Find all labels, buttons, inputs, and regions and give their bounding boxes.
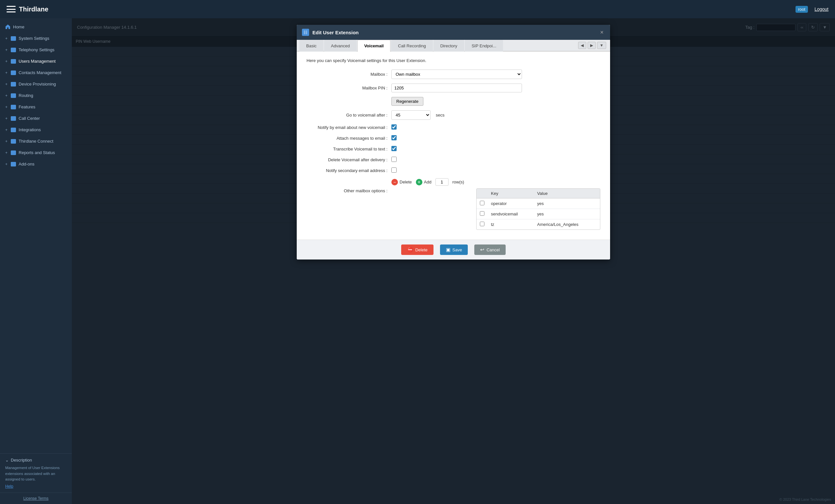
tab-directory[interactable]: Directory [433,40,464,52]
options-key-cell: sendvoicemail [488,209,534,219]
tab-advanced[interactable]: Advanced [324,40,357,52]
mailbox-pin-input[interactable] [391,84,522,93]
sidebar-label-reports-and-status: Reports and Status [19,150,55,155]
notify-secondary-checkbox[interactable] [391,167,396,173]
delete-voicemail-checkbox[interactable] [391,157,396,162]
rows-count-input[interactable] [435,178,449,186]
options-table-wrap: Key Value operator yes sendvoicemail yes… [476,188,600,230]
options-key-cell: tz [488,219,534,230]
mailbox-pin-row: Mailbox PIN : [306,84,600,93]
tab-call-recording[interactable]: Call Recording [391,40,432,52]
sidebar-item-telephony-settings[interactable]: + Telephony Settings [0,44,72,56]
go-to-voicemail-label: Go to voicemail after : [306,113,391,118]
sidebar-item-system-settings[interactable]: + System Settings [0,33,72,44]
tab-dropdown-btn[interactable]: ▼ [597,42,606,49]
logout-link[interactable]: Logout [814,6,829,12]
delete-voicemail-row: Delete Voicemail after delivery : [306,157,600,163]
sidebar-item-device-provisioning[interactable]: + Device Provisioning [0,78,72,90]
sidebar-item-integrations[interactable]: + Integrations [0,124,72,136]
modal-body: Here you can specify Voicemail settings … [297,52,610,240]
transcribe-control [391,146,522,152]
cancel-btn-icon: ↩ [480,247,484,253]
folder-icon [11,162,16,166]
notify-email-row: Notify by email about new voicemail : [306,124,600,130]
sidebar-item-add-ons[interactable]: + Add-ons [0,158,72,170]
tab-sip-endpoint[interactable]: SIP Endpoi... [465,40,503,52]
modal-description: Here you can specify Voicemail settings … [306,58,600,63]
secs-label: secs [436,113,445,118]
options-row-check [476,209,488,219]
folder-icon [11,48,16,52]
attach-messages-control [391,135,522,141]
modal-save-label: Save [452,247,462,252]
options-value-cell: yes [534,199,600,209]
modal-close-button[interactable]: × [599,29,605,36]
options-col-value: Value [534,189,600,199]
options-col-check [476,189,488,199]
sidebar-item-thirdlane-connect[interactable]: + Thirdlane Connect [0,136,72,147]
description-text: Management of User Extensions extensions… [5,465,67,482]
user-badge: root [795,6,808,13]
folder-icon [11,150,16,155]
app-title: Thirdlane [19,5,48,13]
add-row-action[interactable]: + Add [416,179,431,185]
list-item: operator yes [476,199,600,209]
options-table: Key Value operator yes sendvoicemail yes… [476,189,600,229]
sidebar-item-routing[interactable]: + Routing [0,90,72,101]
top-bar-right: root Logout [795,6,829,13]
go-to-voicemail-select[interactable]: 45 [391,110,431,120]
modal-title-icon: ☷ [302,29,309,36]
transcribe-checkbox[interactable] [391,146,396,151]
edit-user-extension-modal: ☷ Edit User Extension × Basic Advanced V… [297,25,610,260]
sidebar-description: ⌄ Description Management of User Extensi… [0,453,72,492]
delete-btn-icon: ⛔ [407,247,413,253]
add-action-label: Add [424,180,431,184]
go-to-voicemail-row: Go to voicemail after : 45 secs [306,110,600,120]
options-actions: − Delete + Add row(s) [391,178,600,186]
options-row-checkbox[interactable] [480,201,484,205]
sidebar-item-users-management[interactable]: + Users Management [0,56,72,67]
sidebar-item-call-center[interactable]: + Call Center [0,113,72,124]
tab-prev-btn[interactable]: ◀ [578,42,586,49]
sidebar-label-routing: Routing [19,93,33,98]
mailbox-control: Own mailbox [391,69,522,79]
mailbox-select[interactable]: Own mailbox [391,69,522,79]
sidebar-item-home[interactable]: Home [0,21,72,33]
notify-email-label: Notify by email about new voicemail : [306,125,391,130]
tab-next-btn[interactable]: ▶ [588,42,596,49]
sidebar-label-call-center: Call Center [19,116,40,121]
tab-nav-buttons: ◀ ▶ ▼ [577,40,608,51]
attach-messages-checkbox[interactable] [391,135,396,140]
mailbox-pin-control [391,84,522,93]
sidebar-item-reports-and-status[interactable]: + Reports and Status [0,147,72,158]
home-icon [5,24,11,29]
license-link[interactable]: License Terms [0,492,72,504]
folder-icon [11,139,16,144]
description-title: ⌄ Description [5,458,67,463]
tab-voicemail[interactable]: Voicemail [358,40,391,52]
menu-toggle[interactable] [6,6,16,13]
app-logo: Thirdlane [6,5,795,13]
modal-cancel-button[interactable]: ↩ Cancel [474,244,505,255]
modal-footer: ⛔ Delete ▣ Save ↩ Cancel [297,240,610,260]
help-link[interactable]: Help [5,484,67,489]
folder-icon [11,82,16,86]
regenerate-row: Regenerate [306,97,600,106]
transcribe-row: Transcribe Voicemail to text : [306,146,600,152]
tab-basic[interactable]: Basic [299,40,324,52]
notify-email-control [391,124,522,130]
other-mailbox-row: Other mailbox options : Key Value [306,188,600,230]
notify-email-checkbox[interactable] [391,124,396,129]
sidebar-item-features[interactable]: + Features [0,101,72,113]
folder-icon [11,70,16,75]
delete-row-action[interactable]: − Delete [391,179,412,185]
modal-save-button[interactable]: ▣ Save [440,244,468,255]
modal-delete-button[interactable]: ⛔ Delete [401,244,433,255]
options-row-checkbox[interactable] [480,222,484,226]
sidebar-item-contacts-management[interactable]: + Contacts Management [0,67,72,78]
regenerate-button[interactable]: Regenerate [391,97,423,106]
sidebar-label-add-ons: Add-ons [19,162,34,166]
go-to-voicemail-control: 45 secs [391,110,522,120]
modal-tabs: Basic Advanced Voicemail Call Recording … [297,40,610,52]
options-row-checkbox[interactable] [480,211,484,216]
